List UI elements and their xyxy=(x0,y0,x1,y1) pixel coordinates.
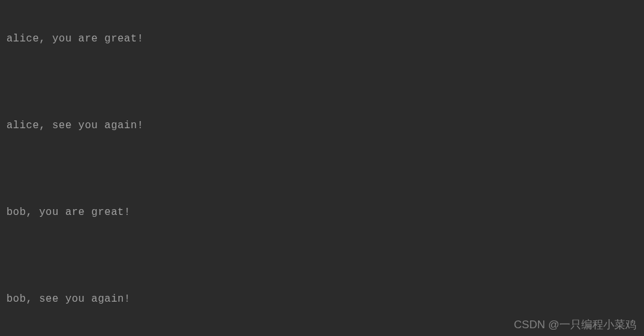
output-line xyxy=(6,162,638,176)
output-line: bob, you are great! xyxy=(6,205,638,219)
output-line: alice, you are great! xyxy=(6,32,638,46)
output-line xyxy=(6,75,638,89)
output-line: alice, see you again! xyxy=(6,118,638,133)
console-output: alice, you are great! alice, see you aga… xyxy=(6,3,638,336)
output-line: bob, see you again! xyxy=(6,292,638,306)
watermark: CSDN @一只编程小菜鸡 xyxy=(514,317,636,332)
output-line xyxy=(6,249,638,263)
